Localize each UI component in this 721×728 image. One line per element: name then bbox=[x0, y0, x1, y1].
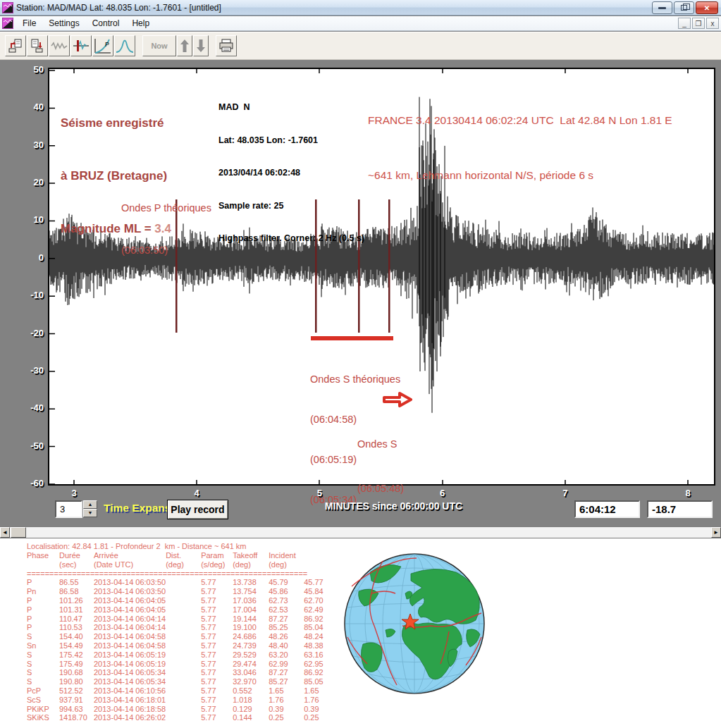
x-tick-label: 8 bbox=[670, 488, 705, 498]
x-tick-label: 3 bbox=[56, 488, 92, 498]
travel-time-button[interactable]: P bbox=[92, 35, 113, 56]
cursor-time-readout: 6:04:12 bbox=[574, 500, 640, 518]
restore-button[interactable] bbox=[674, 1, 694, 14]
s-arrival-arrow-icon bbox=[383, 392, 412, 407]
minimize-icon bbox=[658, 7, 666, 9]
play-record-button[interactable]: Play record bbox=[167, 500, 228, 519]
now-button[interactable]: Now bbox=[142, 35, 176, 56]
y-tick-label: 0 bbox=[14, 252, 44, 263]
mdi-restore-button[interactable]: ❐ bbox=[692, 18, 705, 29]
phase-table: PhaseDuréeArrivéeDist.ParamTakeoffIncide… bbox=[27, 551, 337, 722]
phase-row: P86.552013-04-14 06:03:505.7713.73845.79… bbox=[27, 578, 337, 587]
menu-file[interactable]: File bbox=[16, 17, 42, 30]
restore-icon bbox=[681, 5, 687, 11]
printer-icon bbox=[218, 39, 234, 53]
scroll-left-button[interactable]: ◄ bbox=[0, 527, 10, 538]
y-tick-label: 50 bbox=[14, 64, 44, 75]
horizontal-scrollbar[interactable]: ◄ ► bbox=[0, 527, 721, 538]
phase-row: S190.682013-04-14 06:05:345.7733.04687.2… bbox=[27, 668, 337, 677]
globe-map bbox=[343, 553, 486, 695]
event-info: FRANCE 3.4 20130414 06:02:24 UTC Lat 42.… bbox=[368, 75, 672, 221]
save-record-button[interactable] bbox=[27, 35, 48, 56]
localisation-line: Localisation: 42.84 1.81 - Profondeur 2 … bbox=[27, 542, 247, 550]
minimize-button[interactable] bbox=[652, 1, 672, 14]
y-tick-label: 20 bbox=[14, 177, 44, 187]
x-tick-label: 6 bbox=[425, 488, 460, 498]
y-tick-label: 40 bbox=[14, 101, 44, 112]
close-button[interactable]: ✕ bbox=[696, 1, 718, 14]
phase-row: Sn154.492013-04-14 06:04:585.7724.73948.… bbox=[27, 641, 337, 650]
y-tick-label: -10 bbox=[14, 290, 44, 300]
application-window: Station: MAD/MAD Lat: 48.035 Lon: -1.760… bbox=[0, 0, 721, 728]
station-info: MAD N Lat: 48.035 Lon: -1.7601 2013/04/1… bbox=[218, 80, 364, 266]
open-record-button[interactable] bbox=[5, 35, 26, 56]
menu-settings[interactable]: Settings bbox=[42, 17, 85, 30]
phase-row: Pn86.582013-04-14 06:03:505.7713.75445.8… bbox=[27, 587, 337, 596]
expansion-up-button[interactable]: ▲ bbox=[83, 500, 97, 509]
x-axis-caption: MINUTES since 06:00:00 UTC bbox=[293, 500, 494, 512]
y-tick-label: 30 bbox=[14, 140, 44, 150]
spectrum-button[interactable] bbox=[114, 35, 135, 56]
phase-row: P101.262013-04-14 06:04:055.7717.03662.7… bbox=[27, 596, 337, 605]
open-record-icon bbox=[8, 38, 23, 54]
table-separator-row: ========================================… bbox=[27, 569, 337, 579]
filter-icon bbox=[73, 39, 90, 53]
gaussian-curve-icon bbox=[116, 38, 134, 54]
x-tick-label: 4 bbox=[179, 488, 214, 498]
y-tick-label: -30 bbox=[14, 365, 44, 376]
seismogram-plot[interactable]: Séisme enregistré à BRUZ (Bretagne) Magn… bbox=[48, 68, 715, 486]
phase-row: S175.492013-04-14 06:05:195.7729.47462.9… bbox=[27, 660, 337, 669]
menu-bar: File Settings Control Help _ ❐ x bbox=[0, 16, 721, 31]
mdi-app-icon bbox=[2, 18, 13, 29]
table-units-row: (sec)(Date UTC)(deg)(s/deg)(deg)(deg) bbox=[27, 560, 337, 569]
y-tick-label: -60 bbox=[14, 478, 44, 488]
mdi-minimize-button[interactable]: _ bbox=[678, 18, 691, 29]
travel-time-icon: P bbox=[94, 37, 112, 54]
app-icon bbox=[2, 2, 13, 13]
x-tick-label: 5 bbox=[302, 488, 337, 498]
title-bar[interactable]: Station: MAD/MAD Lat: 48.035 Lon: -1.760… bbox=[0, 0, 721, 16]
p-wave-label: Ondes P théoriques (06:03:50) bbox=[121, 173, 211, 285]
now-label: Now bbox=[151, 42, 167, 50]
time-expansion-input[interactable]: 3 bbox=[55, 500, 82, 518]
up-arrow-icon bbox=[180, 39, 190, 53]
scroll-down-button[interactable] bbox=[193, 35, 209, 56]
phase-row: P110.532013-04-14 06:04:145.7719.10085.2… bbox=[27, 623, 337, 632]
raw-trace-button[interactable] bbox=[49, 35, 70, 56]
phase-row: P110.472013-04-14 06:04:145.7719.14487.2… bbox=[27, 615, 337, 624]
phase-panel: Localisation: 42.84 1.81 - Profondeur 2 … bbox=[0, 538, 721, 728]
table-header-row: PhaseDuréeArrivéeDist.ParamTakeoffIncide… bbox=[27, 551, 337, 560]
y-tick-label: -40 bbox=[14, 402, 44, 413]
toolbar: P Now bbox=[0, 32, 721, 60]
phase-row: SKiKS1418.702013-04-14 06:26:025.770.144… bbox=[27, 713, 337, 722]
scrollbar-thumb[interactable] bbox=[11, 527, 26, 538]
phase-row: ScS937.912013-04-14 06:18:015.771.0181.7… bbox=[27, 696, 337, 705]
phase-row: PcP512.522013-04-14 06:10:565.770.5521.6… bbox=[27, 686, 337, 696]
phase-row: S190.802013-04-14 06:05:345.7732.97085.2… bbox=[27, 677, 337, 686]
raw-trace-icon bbox=[51, 40, 68, 51]
svg-text:P: P bbox=[105, 41, 109, 48]
menu-help[interactable]: Help bbox=[125, 17, 156, 30]
window-title: Station: MAD/MAD Lat: 48.035 Lon: -1.760… bbox=[16, 3, 221, 13]
save-record-icon bbox=[30, 38, 45, 54]
scroll-up-button[interactable] bbox=[177, 35, 192, 56]
menu-control[interactable]: Control bbox=[86, 17, 126, 30]
s-window-bar bbox=[311, 336, 393, 340]
y-tick-label: 10 bbox=[14, 214, 44, 225]
filter-button[interactable] bbox=[70, 35, 92, 56]
x-tick-label: 7 bbox=[548, 488, 583, 498]
phase-row: S175.422013-04-14 06:05:195.7729.52963.2… bbox=[27, 650, 337, 660]
close-icon: ✕ bbox=[704, 4, 710, 12]
cursor-amplitude-readout: -18.7 bbox=[647, 500, 713, 518]
down-arrow-icon bbox=[196, 39, 206, 53]
y-tick-label: -20 bbox=[14, 328, 44, 338]
expansion-down-button[interactable]: ▼ bbox=[83, 509, 97, 517]
phase-row: PKiKP994.632013-04-14 06:18:585.770.1290… bbox=[27, 705, 337, 714]
phase-row: S154.402013-04-14 06:04:585.7724.68648.2… bbox=[27, 632, 337, 641]
y-tick-label: -50 bbox=[14, 440, 44, 451]
print-button[interactable] bbox=[216, 35, 237, 56]
scroll-right-button[interactable]: ► bbox=[711, 527, 721, 538]
phase-row: P101.312013-04-14 06:04:055.7717.00462.5… bbox=[27, 605, 337, 615]
mdi-close-button[interactable]: x bbox=[706, 18, 719, 29]
